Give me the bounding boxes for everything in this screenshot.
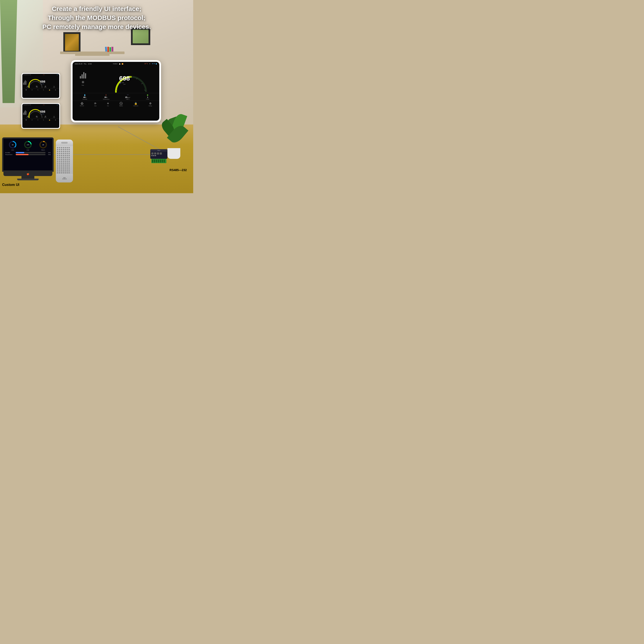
book-4 — [111, 47, 113, 52]
mini-ctrl-childlock-bot[interactable]: 🔒 — [49, 119, 50, 121]
rs485-body: Dtech — [150, 149, 167, 159]
ctrl-bypass[interactable]: ↻ Bypass — [119, 102, 123, 106]
mini-ctrl-fan-top[interactable]: ✳ — [37, 89, 38, 91]
header-section: Create a friendly UI interface; Through … — [0, 4, 193, 31]
screen-outdoor: Outdoor 📋 📶 — [113, 63, 123, 65]
mac-pro-bottom — [56, 174, 73, 182]
mini-ctrl-bypass-bot[interactable]: ↻ — [43, 119, 44, 121]
apple-logo-icon: 🍎 — [27, 173, 29, 175]
screen-outdoor-values: 19 °C 🌡 48 % 💧 — [144, 63, 157, 65]
mini-gauge-top: 698 ☁ CO2 — [27, 76, 58, 85]
gauge-svg — [112, 67, 150, 95]
svg-text:174: 174 — [27, 144, 29, 146]
rs485-device: Dtech — [150, 149, 167, 159]
small-device-bottom[interactable]: 2022-04-25 Thu. 10:32 19°C 48% 698 ☁ CO2 — [21, 103, 60, 129]
bar-temperature: Temperature 43% — [5, 154, 51, 155]
screen-header: 2022-04-25 Thu. 10:32 Outdoor 📋 📶 19 °C … — [73, 62, 159, 65]
mac-pro-grid — [56, 146, 73, 175]
screen-date: 2022-04-25 Thu. 10:32 — [75, 63, 92, 65]
screen-main-area: ✳ Fan — [73, 65, 159, 93]
main-device[interactable]: 2022-04-25 Thu. 10:32 Outdoor 📋 📶 19 °C … — [71, 60, 161, 122]
rs485-brand-label: Dtech — [150, 149, 167, 152]
ctrl-fan[interactable]: ✳ Fan — [107, 102, 109, 106]
svg-text:34: 34 — [12, 144, 14, 146]
mac-monitor: 34 VOC 174 CO2 — [2, 137, 54, 180]
ctrl-childlock[interactable]: 🔒 Child Lock — [133, 102, 138, 106]
small-device-top-screen: 2022-04-25 Thu. 10:32 19°C 48% 698 ☁ CO2 — [22, 74, 59, 98]
gauge-value: 698 ☁ CO2 ppm — [119, 75, 130, 85]
ctrl-setting[interactable]: ⚙ Setting — [149, 102, 152, 106]
ctrl-offon[interactable]: ⏻ OFF/ON — [80, 102, 84, 106]
monitor-pm25-gauge: 28 PM2.5 — [39, 140, 47, 151]
fan-label: Fan — [82, 85, 84, 86]
svg-text:28: 28 — [42, 144, 44, 146]
screen-controls: ⏻ OFF/ON ⟳ Auto ✳ Fan ↻ Bypass 🔒 Child L… — [73, 101, 159, 108]
rs485-terminal — [151, 159, 166, 163]
book-3 — [109, 47, 111, 52]
small-device-bottom-screen: 2022-04-25 Thu. 10:32 19°C 48% 698 ☁ CO2 — [22, 104, 59, 128]
small-device-top[interactable]: 2022-04-25 Thu. 10:32 19°C 48% 698 ☁ CO2 — [21, 73, 60, 99]
wall-frame-1 — [63, 32, 81, 53]
fan-bars — [80, 72, 86, 79]
mini-ctrl-setting-top[interactable]: ⚙ — [55, 89, 56, 91]
mac-pro-top — [56, 140, 73, 146]
monitor-chin: 🍎 — [3, 172, 52, 176]
metric-temperature: 🌡 26°C Temperature — [103, 94, 109, 100]
rs485-label: RS485---232 — [170, 168, 187, 172]
mini-ctrl-auto-top[interactable]: ⟳ — [32, 89, 33, 91]
mini-ctrl-offon-top[interactable]: ⏻ — [26, 89, 27, 91]
ctrl-auto[interactable]: ⟳ Auto — [94, 102, 96, 106]
custom-ui-label: Custom UI — [2, 183, 19, 187]
shelf-support — [75, 54, 109, 56]
mini-fan-bars-top — [23, 76, 26, 85]
gauge-section: 698 ☁ CO2 ppm — [91, 66, 158, 92]
monitor-base — [17, 179, 39, 180]
metric-humidity: 💧 48% Humidity — [83, 94, 87, 100]
monitor-co2-gauge: 174 CO2 — [24, 140, 32, 151]
monitor-screen-inner: 34 VOC 174 CO2 — [3, 139, 52, 170]
monitor-bars: Humidity 29% Temperature 43% — [5, 152, 51, 155]
monitor-stand — [21, 176, 34, 179]
mini-fan-bars-bottom — [23, 106, 26, 115]
bar-humidity: Humidity 29% — [5, 152, 51, 153]
mini-ctrl-childlock-top[interactable]: 🔒 — [49, 89, 50, 91]
fan-icon: ✳ — [81, 80, 85, 85]
mac-pro-tower — [56, 140, 73, 182]
mini-ctrl-auto-bot[interactable]: ⟳ — [32, 119, 33, 121]
mini-gauge-bottom: 698 ☁ CO2 — [27, 106, 58, 115]
book-2 — [107, 47, 109, 52]
header-title: Create a friendly UI interface; Through … — [0, 4, 193, 31]
main-screen: 2022-04-25 Thu. 10:32 Outdoor 📋 📶 19 °C … — [73, 62, 159, 121]
mini-ctrl-setting-bot[interactable]: ⚙ — [55, 119, 56, 121]
monitor-screen[interactable]: 34 VOC 174 CO2 — [2, 137, 54, 172]
mini-ctrl-bypass-top[interactable]: ↻ — [43, 89, 44, 91]
mini-ctrl-fan-bot[interactable]: ✳ — [37, 119, 38, 121]
wall-shelf — [60, 52, 125, 54]
mini-ctrl-offon-bot[interactable]: ⏻ — [26, 119, 27, 121]
fan-section: ✳ Fan — [74, 66, 91, 92]
monitor-gauges-row: 34 VOC 174 CO2 — [5, 140, 51, 151]
monitor-voc-gauge: 34 VOC — [8, 140, 17, 151]
